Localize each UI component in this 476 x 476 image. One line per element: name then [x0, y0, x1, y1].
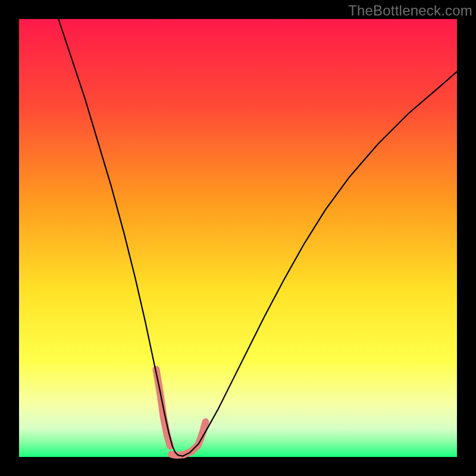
plot-background	[19, 19, 457, 457]
chart-container: TheBottleneck.com	[0, 0, 476, 476]
watermark-text: TheBottleneck.com	[348, 2, 472, 19]
bottleneck-chart	[0, 0, 476, 476]
